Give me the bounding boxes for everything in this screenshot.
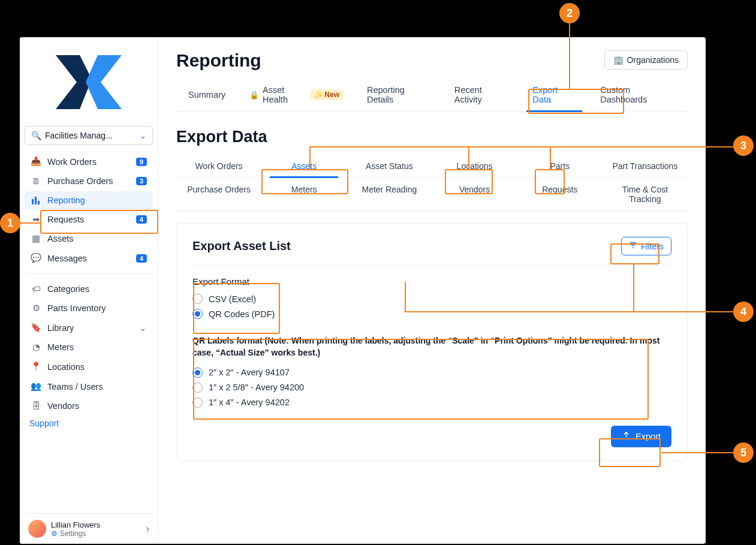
subtab-work-orders[interactable]: Work Orders (176, 155, 261, 177)
card-header: Export Asset List Filters (192, 237, 671, 266)
radio-icon (192, 309, 203, 319)
users-icon: 👥 (31, 381, 41, 392)
tab-asset-health[interactable]: 🔒 Asset Health ✨New (237, 79, 355, 112)
chevron-down-icon: ⌄ (140, 131, 146, 140)
page-title: Reporting (176, 50, 261, 71)
annotation-bubble-3: 3 (733, 136, 754, 156)
tab-recent-activity[interactable]: Recent Activity (442, 79, 520, 112)
gear-icon: ⚙ (51, 529, 58, 538)
profile-name: Lillian Flowers (51, 520, 100, 529)
subtab-asset-status[interactable]: Asset Status (347, 155, 432, 177)
radio-qr-pdf[interactable]: QR Codes (PDF) (192, 306, 671, 321)
nav-teams-users[interactable]: 👥 Teams / Users (25, 377, 153, 396)
nav-label: Parts Inventory (47, 303, 147, 313)
profile-footer[interactable]: Lillian Flowers ⚙ Settings › (25, 513, 153, 544)
subtab-time-cost[interactable]: Time & Cost Tracking (603, 178, 688, 210)
divider (25, 273, 153, 274)
badge: 4 (136, 254, 147, 263)
nav-purchase-orders[interactable]: 🗎 Purchase Orders 3 (25, 172, 153, 190)
bar-chart-icon (31, 195, 41, 205)
filter-icon (629, 241, 637, 251)
export-subtabs-row1: Work Orders Assets Asset Status Location… (176, 155, 688, 178)
chat-icon: 💬 (31, 253, 41, 263)
sidebar: 🔍 Facilities Manag... ⌄ 📥 Work Orders 9 … (20, 37, 158, 544)
cabinet-icon: 🗄 (31, 401, 41, 411)
document-icon: 🗎 (31, 176, 41, 186)
pin-icon: 📍 (31, 362, 41, 372)
subtab-locations[interactable]: Locations (432, 155, 517, 177)
main-content: Reporting 🏢 Organizations Summary 🔒 Asse… (158, 37, 706, 544)
filters-button[interactable]: Filters (621, 237, 671, 255)
organizations-button[interactable]: 🏢 Organizations (604, 50, 688, 70)
inbox-icon: 📥 (31, 156, 41, 167)
building-icon: 🏢 (613, 55, 624, 65)
nav-label: Assets (47, 234, 147, 243)
subtab-purchase-orders[interactable]: Purchase Orders (176, 178, 261, 210)
svg-rect-1 (35, 197, 37, 204)
radio-icon (192, 368, 203, 378)
main-tabs: Summary 🔒 Asset Health ✨New Reporting De… (176, 79, 688, 112)
chevron-right-icon: › (146, 523, 149, 534)
nav-label: Vendors (47, 401, 147, 411)
subtab-requests[interactable]: Requests (517, 178, 603, 210)
tab-summary[interactable]: Summary (176, 79, 237, 112)
nav-secondary: 🏷 Categories ⚙ Parts Inventory 🔖 Library… (25, 280, 153, 415)
subtab-parts[interactable]: Parts (517, 155, 603, 177)
badge: 9 (136, 158, 147, 166)
nav-assets[interactable]: ▦ Assets (25, 230, 153, 248)
gear-icon: ⚙ (31, 303, 41, 313)
nav-requests[interactable]: ➡ Requests 4 (25, 210, 153, 228)
nav-categories[interactable]: 🏷 Categories (25, 280, 153, 298)
radio-qr-1x4[interactable]: 1″ x 4″ - Avery 94202 (192, 395, 671, 410)
radio-qr-1x258[interactable]: 1″ x 2 5/8″ - Avery 94200 (192, 380, 671, 395)
avatar (28, 520, 46, 538)
qr-labels-note: QR Labels format (Note: When printing th… (192, 335, 671, 359)
nav-label: Teams / Users (47, 382, 147, 392)
tag-icon: 🏷 (31, 284, 41, 294)
tab-export-data[interactable]: Export Data (520, 79, 588, 112)
nav-primary: 📥 Work Orders 9 🗎 Purchase Orders 3 Repo… (25, 152, 153, 267)
subtab-assets[interactable]: Assets (261, 155, 347, 177)
facility-name: Facilities Manag... (45, 131, 136, 140)
annotation-bubble-5: 5 (733, 442, 754, 463)
sparkle-icon: ✨ (314, 91, 323, 99)
subtab-vendors[interactable]: Vendors (432, 178, 517, 210)
app-window: 🔍 Facilities Manag... ⌄ 📥 Work Orders 9 … (20, 37, 706, 544)
nav-locations[interactable]: 📍 Locations (25, 357, 153, 376)
svg-rect-2 (38, 201, 40, 204)
card-title: Export Asset List (192, 239, 291, 253)
search-icon: 🔍 (31, 131, 41, 140)
radio-icon (192, 383, 203, 393)
nav-work-orders[interactable]: 📥 Work Orders 9 (25, 152, 153, 171)
annotation-bubble-4: 4 (733, 302, 754, 322)
chevron-down-icon: ⌄ (139, 323, 147, 333)
nav-reporting[interactable]: Reporting (25, 191, 153, 209)
export-button[interactable]: Export (611, 426, 671, 447)
facility-dropdown[interactable]: 🔍 Facilities Manag... ⌄ (25, 126, 153, 145)
nav-messages[interactable]: 💬 Messages 4 (25, 249, 153, 267)
page-header: Reporting 🏢 Organizations (176, 50, 688, 71)
nav-parts-inventory[interactable]: ⚙ Parts Inventory (25, 299, 153, 317)
export-card: Export Asset List Filters Export Format … (176, 223, 688, 461)
annotation-bubble-2: 2 (559, 3, 580, 23)
profile-settings: ⚙ Settings (51, 529, 100, 538)
subtab-meters[interactable]: Meters (261, 178, 347, 210)
subtab-part-transactions[interactable]: Part Transactions (603, 155, 688, 177)
nav-label: Reporting (47, 195, 147, 205)
tab-custom-dashboards[interactable]: Custom Dashboards (588, 79, 688, 112)
nav-label: Messages (47, 254, 130, 263)
subtab-meter-reading[interactable]: Meter Reading (347, 178, 432, 210)
nav-meters[interactable]: ◔ Meters (25, 338, 153, 356)
nav-label: Library (47, 323, 133, 333)
nav-library[interactable]: 🔖 Library ⌄ (25, 318, 153, 337)
lock-icon: 🔒 (249, 91, 259, 100)
support-link[interactable]: Support (25, 415, 153, 432)
tab-reporting-details[interactable]: Reporting Details (355, 79, 442, 112)
badge: 4 (136, 215, 147, 224)
radio-qr-2x2[interactable]: 2″ x 2″ - Avery 94107 (192, 365, 671, 380)
nav-label: Locations (47, 362, 147, 372)
upload-icon (622, 431, 631, 442)
nav-vendors[interactable]: 🗄 Vendors (25, 397, 153, 415)
radio-csv[interactable]: CSV (Excel) (192, 291, 671, 306)
nav-label: Categories (47, 284, 147, 294)
